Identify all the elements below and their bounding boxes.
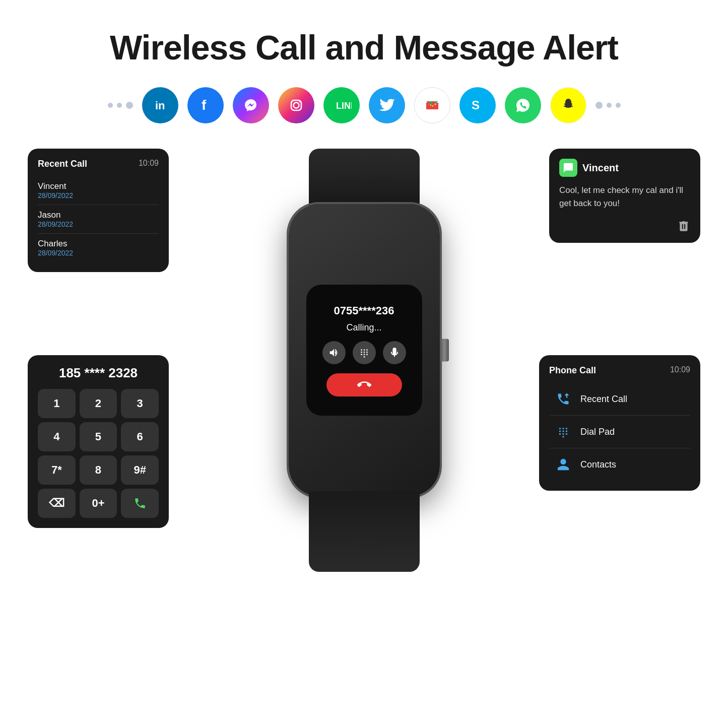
dot — [117, 103, 122, 108]
svg-point-12 — [366, 349, 368, 351]
social-icons-row: in f LINE — [0, 87, 728, 123]
dial-pad-menu-item[interactable]: Dial Pad — [549, 416, 690, 448]
svg-point-27 — [562, 433, 564, 435]
key-3[interactable]: 3 — [121, 389, 159, 418]
instagram-icon — [278, 87, 314, 123]
phone-call-menu-card: Phone Call 10:09 Recent Call Dia — [539, 355, 700, 491]
gmail-icon: M — [414, 87, 450, 123]
svg-text:M: M — [426, 99, 435, 111]
recent-call-menu-item[interactable]: Recent Call — [549, 383, 690, 416]
svg-point-23 — [559, 430, 561, 432]
key-4[interactable]: 4 — [38, 422, 76, 451]
main-area: 0755****236 Calling... — [0, 139, 728, 693]
snapchat-icon — [550, 87, 586, 123]
svg-point-26 — [559, 433, 561, 435]
volume-icon[interactable] — [322, 341, 346, 364]
message-card: Vincent Cool, let me check my cal and i'… — [549, 149, 700, 243]
recent-call-label: Recent Call — [580, 394, 627, 405]
contact-name: Vincent — [38, 181, 159, 191]
dot — [108, 103, 113, 108]
recent-call-title: Recent Call — [38, 159, 87, 169]
contacts-icon — [554, 455, 572, 474]
svg-point-24 — [562, 430, 564, 432]
dialpad-card: 185 **** 2328 1 2 3 4 5 6 7* 8 9# ⌫ 0+ — [28, 355, 169, 528]
dot — [616, 103, 621, 108]
phone-call-time: 10:09 — [670, 365, 690, 376]
key-backspace[interactable]: ⌫ — [38, 489, 76, 518]
facebook-icon: f — [187, 87, 224, 123]
card-header: Recent Call 10:09 — [38, 159, 159, 169]
key-1[interactable]: 1 — [38, 389, 76, 418]
recent-call-card: Recent Call 10:09 Vincent 28/09/2022 Jas… — [28, 149, 169, 272]
messenger-icon — [233, 87, 269, 123]
message-sender-name: Vincent — [582, 162, 619, 174]
dots-right — [595, 102, 621, 109]
key-2[interactable]: 2 — [80, 389, 117, 418]
svg-point-29 — [562, 436, 564, 437]
recent-call-time: 10:09 — [139, 159, 159, 169]
svg-text:LINE: LINE — [336, 101, 352, 111]
svg-text:f: f — [202, 97, 207, 113]
contact-item: Vincent 28/09/2022 — [38, 176, 159, 205]
end-call-button[interactable] — [326, 373, 402, 396]
svg-point-20 — [559, 428, 561, 429]
svg-point-13 — [361, 351, 362, 353]
phone-card-header: Phone Call 10:09 — [549, 365, 690, 376]
svg-point-16 — [361, 354, 362, 355]
svg-point-10 — [361, 349, 362, 351]
svg-point-4 — [293, 103, 299, 108]
recent-call-icon — [554, 390, 572, 408]
call-icons — [322, 341, 406, 364]
dialpad-grid: 1 2 3 4 5 6 7* 8 9# ⌫ 0+ — [38, 389, 159, 518]
key-9[interactable]: 9# — [121, 455, 159, 485]
svg-text:in: in — [155, 99, 165, 112]
message-body: Cool, let me check my cal and i'll get b… — [559, 184, 690, 210]
twitter-icon — [369, 87, 405, 123]
dial-pad-icon — [554, 423, 572, 441]
svg-point-18 — [366, 354, 368, 355]
call-status: Calling... — [346, 322, 381, 333]
dots-left — [108, 102, 133, 109]
watch-band-top — [309, 149, 420, 209]
svg-point-28 — [566, 433, 567, 435]
line-icon: LINE — [323, 87, 360, 123]
delete-message-button[interactable] — [559, 220, 690, 233]
dot — [607, 103, 612, 108]
svg-point-21 — [562, 428, 564, 429]
key-8[interactable]: 8 — [80, 455, 117, 485]
key-6[interactable]: 6 — [121, 422, 159, 451]
message-sender-row: Vincent — [559, 159, 690, 177]
linkedin-icon: in — [142, 87, 178, 123]
watch-screen: 0755****236 Calling... — [306, 285, 422, 416]
contact-name: Jason — [38, 210, 159, 220]
messages-app-icon — [559, 159, 577, 177]
svg-point-19 — [363, 356, 365, 357]
contact-name: Charles — [38, 239, 159, 249]
smartwatch: 0755****236 Calling... — [279, 149, 450, 572]
contacts-menu-item[interactable]: Contacts — [549, 448, 690, 481]
watch-crown — [440, 339, 449, 362]
key-7[interactable]: 7* — [38, 455, 76, 485]
dialpad-number: 185 **** 2328 — [38, 365, 159, 381]
skype-icon: S — [459, 87, 496, 123]
svg-point-22 — [566, 428, 567, 429]
dialpad-icon[interactable] — [353, 341, 376, 364]
phone-call-title: Phone Call — [549, 365, 596, 376]
contact-item: Jason 28/09/2022 — [38, 205, 159, 234]
svg-point-5 — [299, 101, 300, 103]
svg-point-11 — [363, 349, 365, 351]
contacts-label: Contacts — [580, 459, 616, 470]
dot — [595, 102, 603, 109]
watch-band-bottom — [309, 491, 420, 572]
contact-date: 28/09/2022 — [38, 249, 159, 257]
svg-point-14 — [363, 351, 365, 353]
svg-text:S: S — [472, 98, 480, 112]
key-5[interactable]: 5 — [80, 422, 117, 451]
key-0[interactable]: 0+ — [80, 489, 117, 518]
mic-icon[interactable] — [383, 341, 406, 364]
key-call[interactable] — [121, 489, 159, 518]
dot — [126, 102, 133, 109]
page-title: Wireless Call and Message Alert — [0, 0, 728, 67]
contact-date: 28/09/2022 — [38, 191, 159, 200]
watch-body: 0755****236 Calling... — [289, 204, 440, 496]
